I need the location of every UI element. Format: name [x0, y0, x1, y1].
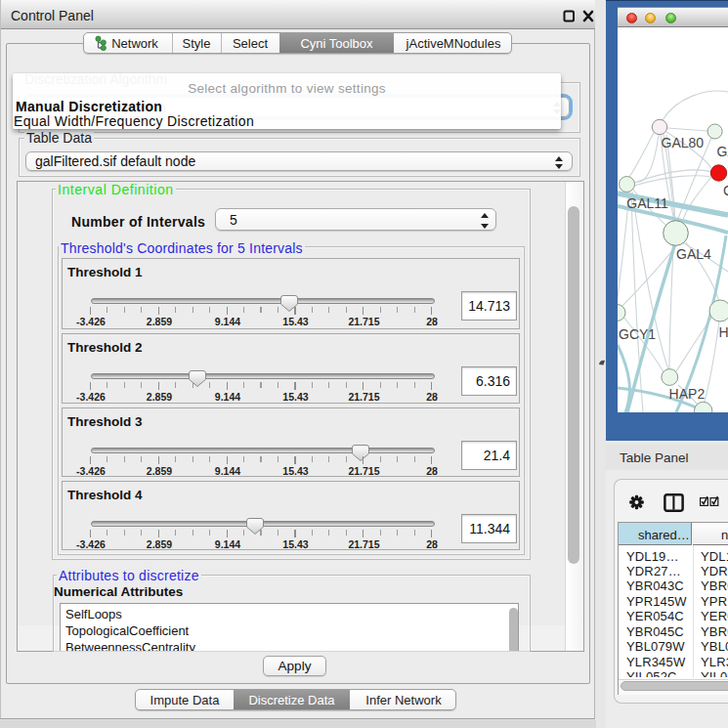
svg-text:HA: HA: [719, 324, 728, 340]
svg-text:GAL4: GAL4: [676, 246, 711, 262]
svg-text:HAP2: HAP2: [669, 386, 706, 402]
svg-text:CD: CD: [723, 183, 728, 198]
svg-text:GAL80: GAL80: [662, 135, 705, 150]
svg-text:GCY1: GCY1: [619, 326, 656, 342]
svg-text:GAL2: GAL2: [717, 144, 728, 159]
svg-text:GAL11: GAL11: [626, 195, 668, 211]
